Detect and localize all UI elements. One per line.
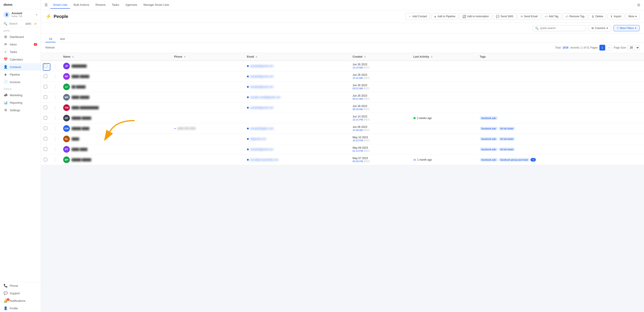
last-activity-column-header[interactable]: Last Activity ⇅ [411,53,477,61]
sidebar-item-profile[interactable]: 👤 Profile [0,305,41,312]
send-email-button[interactable]: ✉ Send Email [518,13,540,20]
nav-bulk-actions[interactable]: Bulk Actions [71,1,92,9]
row-menu-icon[interactable]: ⋮ [52,85,58,89]
row-checkbox[interactable] [44,116,47,120]
add-contact-button[interactable]: ＋ Add Contact [406,13,430,20]
columns-button[interactable]: ⊞ Columns ▾ [588,25,611,31]
tag[interactable]: facebook group post lead [498,158,530,162]
email-address[interactable]: sample@gmail.com [250,106,274,109]
row-checkbox[interactable] [44,106,47,109]
row-menu-icon[interactable]: ⋮ [52,64,58,68]
row-menu-icon[interactable]: ⋮ [52,75,58,78]
add-to-pipeline-button[interactable]: ◈ Add to Pipeline [431,13,458,20]
contact-name[interactable]: ████ [72,137,79,140]
row-checkbox[interactable] [44,64,47,68]
hamburger-icon[interactable]: ☰ [44,3,48,7]
tag[interactable]: facebook ads [480,137,498,141]
row-checkbox[interactable] [44,95,47,99]
contact-name[interactable]: ████ ████ [72,148,87,151]
email-address[interactable]: sample.email@gmail.com [250,96,281,99]
nav-restore[interactable]: Restore [93,1,108,9]
more-filters-button[interactable]: ▽ More Filters ▾ [614,25,640,31]
email-address[interactable]: sample@gmail.com [250,85,274,88]
email-address[interactable]: sample@gmail.com [250,148,274,151]
tag[interactable]: tik tok leads [498,148,515,151]
add-tag-button[interactable]: 🏷 Add Tag [542,13,561,20]
quick-search-input[interactable] [540,26,584,30]
nav-smart-lists[interactable]: Smart Lists [50,1,70,9]
more-chevron-icon: ▾ [635,15,637,18]
next-page-button[interactable]: › [606,45,612,50]
contact-name[interactable]: █████ ████ [72,127,89,130]
created-column-header[interactable]: Created ⇅ [350,53,410,61]
row-checkbox[interactable] [44,158,47,161]
contact-name[interactable]: ████ █████ [72,96,89,99]
phone-column-header[interactable]: Phone ⇅ [171,53,244,61]
row-checkbox[interactable] [44,74,47,78]
row-menu-icon[interactable]: ⋮ [52,106,58,110]
contact-name[interactable]: ████████ [72,64,87,68]
tag[interactable]: tik tok leads [498,137,515,141]
nav-manage-smart-lists[interactable]: Manage Smart Lists [141,1,172,9]
tab-test[interactable]: test [56,36,68,42]
add-to-automation-button[interactable]: 🔄 Add to Automation [460,13,492,20]
tag[interactable]: facebook ads [480,127,498,130]
contact-name[interactable]: ██ █████ [72,85,86,88]
sidebar-item-calendars[interactable]: 📅 Calendars [0,56,41,63]
row-checkbox[interactable] [44,127,47,130]
search-bar[interactable]: 🔍 Search ctrl K ⚡ [0,20,41,27]
account-selector[interactable]: 👤 Account Irvine, CA ▾ [0,9,41,20]
refresh-button[interactable]: Refresh [46,46,55,49]
nav-agencies[interactable]: Agencies [123,1,140,9]
email-address[interactable]: sample@gmail.com [250,75,274,78]
apps-section-label: Apps [0,27,41,33]
contact-name[interactable]: ████ ██████████ [72,106,99,109]
extra-tags-button[interactable]: +1 [530,158,536,162]
name-column-header[interactable]: Name ⇅ [60,53,171,61]
contact-name[interactable]: ████ █████ [72,75,89,78]
email-address[interactable]: sample@gmail.com [250,64,274,68]
row-menu-icon[interactable]: ⋮ [52,127,58,130]
sidebar-item-dashboard[interactable]: ⊞ Dashboard [0,33,41,40]
sidebar-item-invoices[interactable]: 📄 Invoices [0,78,41,86]
row-checkbox[interactable] [44,147,47,151]
email-address[interactable]: price@pricepointby.com [250,158,278,161]
row-menu-icon[interactable]: ⋮ [52,148,58,151]
tag[interactable]: tik tok leads [498,127,515,130]
email-address[interactable]: k@gmail.com [250,137,266,140]
sidebar-item-tasks[interactable]: ✓ Tasks [0,48,41,56]
contact-name[interactable]: █████ █████ [72,158,91,161]
tag[interactable]: facebook ads [480,148,498,151]
import-button[interactable]: ⬆ Import [608,13,624,20]
settings-nav-icon[interactable]: ⚙ [637,3,640,7]
page-size-select[interactable]: 20 50 100 [627,45,640,50]
tag[interactable]: facebook ads [480,116,498,120]
email-column-header[interactable]: Email ⇅ [244,53,350,61]
sidebar-item-contacts[interactable]: 👤 Contacts [0,63,41,71]
activity-text: 2 weeks ago [417,117,432,120]
sidebar-item-pipeline[interactable]: ◈ Pipeline [0,71,41,78]
row-checkbox[interactable] [44,137,47,140]
sidebar-item-phone[interactable]: 📞 Phone [0,282,41,290]
email-address[interactable]: sample@apple.com [250,127,274,130]
delete-button[interactable]: 🗑 Delete [588,13,606,20]
sidebar-item-notifications[interactable]: 🔔 Notifications 2 [0,297,41,305]
tab-all[interactable]: All [46,36,56,42]
sidebar-item-support[interactable]: 💬 Support [0,290,41,297]
row-checkbox[interactable] [44,85,47,88]
tag[interactable]: facebook ads [480,158,498,162]
row-menu-icon[interactable]: ⋮ [52,116,58,120]
contact-name[interactable]: █████ █████ [72,117,91,120]
row-menu-icon[interactable]: ⋮ [52,137,58,141]
send-sms-button[interactable]: 💬 Send SMS [493,13,516,20]
more-button[interactable]: More ▾ [626,13,640,19]
sidebar-item-marketing[interactable]: 📣 Marketing [0,91,41,99]
sidebar-item-reporting[interactable]: 📊 Reporting [0,99,41,106]
row-menu-icon[interactable]: ⋮ [52,95,58,99]
row-menu-icon[interactable]: ⋮ [52,158,58,162]
sidebar-item-inbox[interactable]: ✉ Inbox 2 [0,40,41,48]
remove-tag-button[interactable]: 🏷 Remove Tag [563,13,587,20]
sidebar-item-settings[interactable]: ⚙ Settings [0,106,41,114]
page-1-button[interactable]: 1 [600,45,605,50]
nav-tasks[interactable]: Tasks [109,1,122,9]
